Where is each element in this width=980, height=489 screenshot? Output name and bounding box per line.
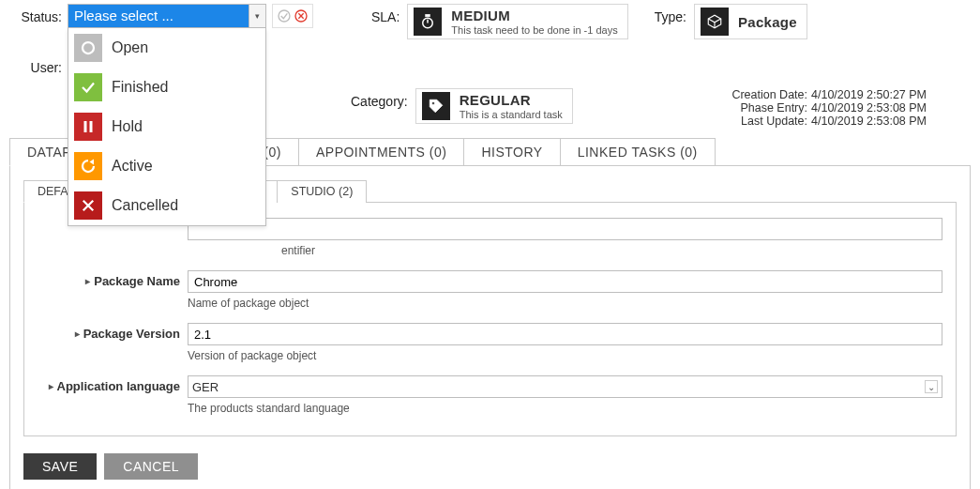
package-name-input[interactable] — [188, 270, 942, 293]
status-option-label: Active — [112, 158, 153, 175]
sla-title: MEDIUM — [451, 8, 617, 23]
last-update-value: 4/10/2019 2:53:08 PM — [811, 115, 952, 128]
package-name-label: Package Name — [38, 270, 188, 288]
stopwatch-icon — [414, 8, 442, 36]
status-option-label: Open — [112, 39, 148, 56]
status-option-finished[interactable]: Finished — [68, 68, 265, 107]
sub-panel: x entifier Package Name Name of package … — [23, 202, 957, 436]
pause-icon — [74, 113, 102, 141]
refresh-icon — [74, 152, 102, 180]
chevron-down-icon[interactable]: ⌄ — [925, 380, 938, 393]
tab-linked-tasks[interactable]: LINKED TASKS (0) — [560, 138, 716, 165]
status-dropdown: Open Finished — [68, 28, 266, 226]
package-icon — [701, 8, 729, 36]
sla-label: SLA: — [371, 4, 400, 24]
status-combobox[interactable]: Please select ... ▾ — [68, 4, 266, 28]
creation-date-value: 4/10/2019 2:50:27 PM — [811, 88, 952, 101]
confirm-icon[interactable] — [277, 8, 292, 23]
status-option-label: Cancelled — [112, 197, 178, 214]
type-infobox: Package — [694, 4, 807, 39]
x-icon — [74, 191, 102, 220]
type-label: Type: — [655, 4, 686, 24]
status-option-active[interactable]: Active — [68, 146, 265, 186]
cancel-icon[interactable] — [294, 8, 309, 23]
creation-date-label: Creation Date: — [718, 88, 807, 101]
svg-marker-3 — [90, 160, 95, 165]
package-version-label: Package Version — [38, 323, 188, 341]
sla-infobox: MEDIUM This task need to be done in -1 d… — [407, 4, 627, 39]
sla-subtitle: This task need to be done in -1 days — [451, 24, 617, 36]
tab-history[interactable]: HISTORY — [463, 138, 560, 165]
chevron-down-icon[interactable]: ▾ — [249, 5, 265, 27]
dates-block: Creation Date:4/10/2019 2:50:27 PM Phase… — [718, 88, 952, 128]
svg-point-0 — [83, 42, 94, 53]
status-option-label: Hold — [112, 118, 143, 135]
svg-rect-2 — [90, 121, 93, 132]
subtab-label: STUDIO (2) — [291, 185, 353, 198]
category-subtitle: This is a standard task — [460, 109, 563, 120]
last-update-label: Last Update: — [718, 115, 807, 128]
application-language-value: GER — [192, 380, 219, 394]
status-option-cancelled[interactable]: Cancelled — [68, 186, 265, 225]
phase-entry-value: 4/10/2019 2:53:08 PM — [811, 101, 952, 115]
svg-rect-7 — [426, 15, 430, 17]
status-option-label: Finished — [112, 79, 168, 96]
subtab-studio[interactable]: STUDIO (2) — [277, 180, 367, 203]
status-option-hold[interactable]: Hold — [68, 107, 265, 146]
svg-point-4 — [279, 10, 290, 22]
status-label: Status: — [9, 4, 62, 28]
tab-label: LINKED TASKS (0) — [578, 145, 698, 160]
save-button[interactable]: SAVE — [23, 453, 97, 480]
status-confirm-group — [272, 4, 313, 28]
tab-appointments[interactable]: APPOINTMENTS (0) — [298, 138, 464, 165]
package-version-hint: Version of package object — [188, 349, 942, 362]
package-name-hint: Name of package object — [188, 297, 942, 310]
tab-label: APPOINTMENTS (0) — [316, 145, 446, 160]
identifier-hint: entifier — [188, 244, 942, 257]
category-title: REGULAR — [460, 92, 563, 108]
application-language-hint: The products standard language — [188, 402, 942, 415]
package-version-input[interactable] — [188, 323, 942, 345]
category-infobox: REGULAR This is a standard task — [415, 88, 573, 124]
category-label: Category: — [351, 88, 408, 124]
user-label: User: — [9, 54, 62, 75]
status-option-open[interactable]: Open — [68, 28, 265, 68]
tab-label: HISTORY — [481, 145, 542, 160]
phase-entry-label: Phase Entry: — [718, 101, 807, 115]
application-language-label: Application language — [38, 375, 188, 393]
status-selected-text: Please select ... — [68, 5, 249, 27]
application-language-select[interactable]: GER ⌄ — [188, 375, 942, 398]
svg-point-9 — [431, 102, 434, 105]
circle-icon — [74, 34, 102, 62]
check-icon — [74, 73, 102, 101]
type-title: Package — [738, 14, 797, 30]
svg-rect-1 — [84, 121, 87, 132]
identifier-input[interactable] — [188, 218, 942, 240]
tag-icon — [422, 92, 450, 120]
cancel-button[interactable]: CANCEL — [104, 453, 198, 480]
